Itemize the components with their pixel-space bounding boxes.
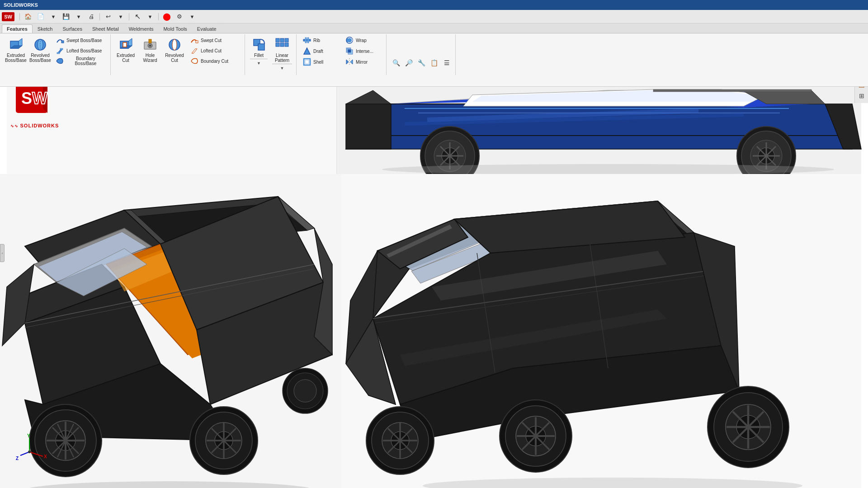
extras-button[interactable]: ☰	[441, 58, 453, 68]
solidworks-text: ∿∿ SOLIDWORKS	[10, 123, 59, 128]
wrap-button[interactable]: Wrap	[343, 35, 383, 45]
extruded-cut-button[interactable]: ExtrudedCut	[114, 35, 137, 67]
lofted-boss-button[interactable]: Lofted Boss/Base	[53, 46, 108, 56]
revolved-boss-label: RevolvedBoss/Base	[29, 53, 51, 63]
lofted-boss-icon	[56, 46, 65, 55]
main-viewport-svg: S W ∿∿ SOLIDWORKS X Y Z	[0, 77, 868, 488]
lofted-cut-icon	[190, 46, 199, 55]
print-button[interactable]: ▼	[73, 12, 85, 22]
hole-wizard-button[interactable]: HoleWizard	[139, 35, 161, 67]
title-bar: SOLIDWORKS	[0, 0, 868, 10]
svg-rect-27	[276, 43, 279, 47]
save-button[interactable]: 💾	[60, 12, 72, 22]
boundary-boss-label: Boundary Boss/Base	[66, 56, 105, 66]
undo-dropdown[interactable]: ▼	[115, 12, 127, 22]
group-cut: ExtrudedCut HoleWizard	[112, 34, 245, 75]
svg-rect-6	[61, 41, 64, 43]
swept-cut-label: Swept Cut	[201, 38, 222, 43]
group-view-tools: 🔍 🔎 🔧 📋 ☰	[387, 34, 456, 75]
mirror-button[interactable]: Mirror	[343, 57, 383, 67]
boundary-cut-button[interactable]: Boundary Cut	[188, 56, 242, 66]
revolved-cut-button[interactable]: RevolvedCut	[163, 35, 186, 67]
search-button[interactable]: 🔍	[390, 58, 402, 68]
separator4	[158, 13, 159, 20]
svg-text:∿∿ SOLIDWORKS: ∿∿ SOLIDWORKS	[10, 123, 59, 128]
fillet-split	[250, 59, 268, 59]
car-dark-perspective	[341, 174, 861, 488]
svg-marker-41	[346, 60, 349, 64]
separator	[19, 13, 20, 20]
group-features: Fillet ▼ LinearPattern ▼	[246, 34, 297, 75]
tab-sketch[interactable]: Sketch	[33, 24, 58, 33]
toolbar: SW 🏠 📄 ▼ 💾 ▼ 🖨 ↩ ▼ ↖ ▼ ⬤ ⚙ ▼ Features Sk…	[0, 10, 868, 87]
fillet-label: Fillet	[254, 53, 264, 58]
tab-surfaces[interactable]: Surfaces	[58, 24, 87, 33]
view-button[interactable]: 📋	[428, 58, 440, 68]
intersect-icon	[345, 47, 354, 56]
svg-rect-31	[305, 38, 307, 43]
lofted-cut-label: Lofted Cut	[201, 48, 222, 53]
stop-button[interactable]: ⬤	[161, 12, 173, 22]
quick-access-bar: SW 🏠 📄 ▼ 💾 ▼ 🖨 ↩ ▼ ↖ ▼ ⬤ ⚙ ▼	[0, 10, 868, 23]
lp-dropdown[interactable]: ▼	[272, 65, 292, 71]
draft-button[interactable]: Draft	[300, 46, 341, 56]
car-orange-perspective	[0, 174, 341, 488]
tab-weldments[interactable]: Weldments	[124, 24, 159, 33]
rib-label: Rib	[313, 38, 320, 43]
open-button[interactable]: ▼	[47, 12, 59, 22]
svg-rect-23	[258, 44, 264, 50]
fillet-button[interactable]: Fillet ▼	[249, 35, 269, 69]
extruded-cut-icon	[118, 38, 133, 52]
lofted-cut-button[interactable]: Lofted Cut	[188, 46, 242, 56]
new-button[interactable]: 📄	[35, 12, 47, 22]
revolved-boss-icon	[33, 38, 47, 52]
svg-rect-29	[285, 43, 288, 47]
filter-button[interactable]: 🔧	[415, 58, 427, 68]
linear-pattern-label: LinearPattern	[275, 53, 289, 63]
sw-logo-small: SW	[2, 12, 14, 21]
fillet-dropdown[interactable]: ▼	[250, 60, 268, 66]
boundary-boss-icon	[56, 56, 64, 66]
rib-button[interactable]: Rib	[300, 35, 341, 45]
svg-marker-72	[346, 104, 391, 149]
right-panel-grid-btn[interactable]: ⊞	[856, 90, 867, 101]
linear-pattern-icon	[275, 38, 289, 52]
tab-sheet-metal[interactable]: Sheet Metal	[87, 24, 124, 33]
select-button[interactable]: ↖	[132, 12, 143, 22]
tab-evaluate[interactable]: Evaluate	[192, 24, 222, 33]
boundary-boss-button[interactable]: Boundary Boss/Base	[53, 56, 108, 66]
extruded-boss-button[interactable]: ExtrudedBoss/Base	[5, 35, 27, 67]
svg-text:W: W	[32, 89, 47, 108]
app-title: SOLIDWORKS	[4, 2, 38, 8]
left-collapse-button[interactable]: ‹	[0, 244, 5, 262]
shell-button[interactable]: Shell	[300, 57, 341, 67]
home-button[interactable]: 🏠	[22, 12, 34, 22]
svg-rect-20	[196, 41, 198, 43]
svg-text:S: S	[21, 89, 32, 108]
mirror-label: Mirror	[356, 60, 368, 65]
svg-point-79	[382, 164, 834, 175]
boundary-cut-icon	[190, 56, 199, 66]
linear-pattern-button[interactable]: LinearPattern ▼	[271, 35, 293, 74]
swept-cut-button[interactable]: Swept Cut	[188, 35, 242, 45]
revolved-boss-button[interactable]: RevolvedBoss/Base	[29, 35, 52, 67]
select-dropdown[interactable]: ▼	[144, 12, 156, 22]
shell-label: Shell	[313, 60, 323, 65]
undo-button[interactable]: ↩	[102, 12, 114, 22]
tab-features[interactable]: Features	[2, 24, 33, 33]
svg-point-19	[172, 39, 177, 50]
svg-marker-21	[192, 49, 197, 53]
tab-mold-tools[interactable]: Mold Tools	[158, 24, 192, 33]
intersect-button[interactable]: Interse...	[343, 46, 383, 56]
car-blue-side	[337, 77, 861, 185]
shell-icon	[302, 57, 311, 66]
swept-boss-button[interactable]: Swept Boss/Base	[53, 35, 108, 45]
draft-icon	[302, 47, 311, 56]
swept-cut-icon	[190, 36, 199, 45]
options-button[interactable]: ⚙	[174, 12, 185, 22]
hole-wizard-label: HoleWizard	[143, 53, 157, 63]
print-preview-button[interactable]: 🖨	[85, 12, 97, 22]
boundary-cut-label: Boundary Cut	[201, 59, 228, 64]
options-dropdown[interactable]: ▼	[186, 12, 198, 22]
search2-button[interactable]: 🔎	[403, 58, 415, 68]
